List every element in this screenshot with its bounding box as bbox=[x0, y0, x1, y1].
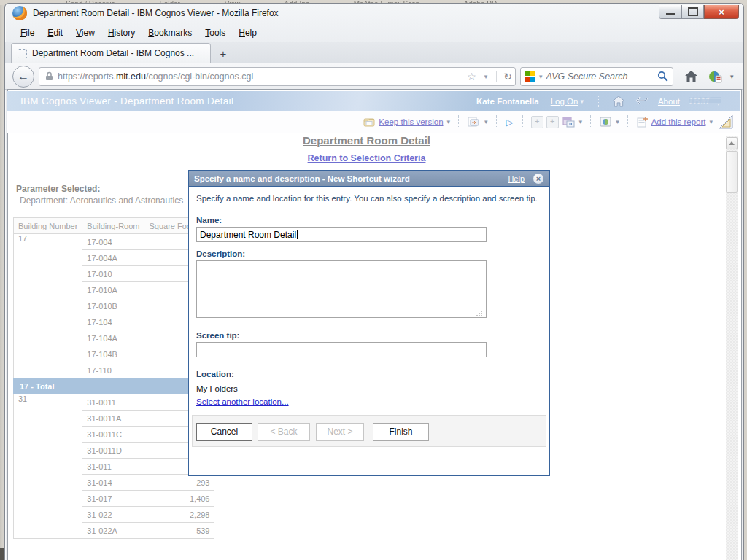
dialog-help-link[interactable]: Help bbox=[508, 174, 525, 183]
report-corner-icon[interactable] bbox=[718, 113, 734, 133]
avg-logo-icon bbox=[525, 71, 535, 82]
menu-bookmarks[interactable]: Bookmarks bbox=[142, 25, 198, 41]
url-text: https://reports.mit.edu/cognos/cgi-bin/c… bbox=[58, 71, 464, 82]
ibm-logo: IBM bbox=[689, 95, 721, 108]
user-name: Kate Fontanella bbox=[476, 97, 539, 106]
menu-history[interactable]: History bbox=[101, 25, 142, 41]
new-shortcut-wizard-dialog: Specify a name and description - New Sho… bbox=[188, 170, 550, 476]
building-room-cell: 17-010 bbox=[82, 266, 144, 282]
add-report-icon[interactable] bbox=[637, 117, 648, 128]
square-footage-cell: 2,298 bbox=[144, 507, 214, 523]
header-building-room: Building-Room bbox=[82, 218, 144, 234]
divider-rule bbox=[7, 168, 726, 168]
drill-up-icon[interactable]: + bbox=[546, 116, 559, 128]
finish-button[interactable]: Finish bbox=[373, 423, 429, 441]
building-room-cell: 17-104 bbox=[82, 314, 144, 330]
building-room-cell: 17-104A bbox=[82, 330, 144, 346]
screen: Send / Receive Folder View Add-Ins McAfe… bbox=[0, 0, 747, 560]
dialog-close-icon[interactable]: × bbox=[533, 174, 543, 184]
name-value: Department Room Detail bbox=[200, 230, 296, 240]
building-room-cell: 31-0011A bbox=[82, 411, 144, 427]
url-bar[interactable]: https://reports.mit.edu/cognos/cgi-bin/c… bbox=[39, 67, 516, 86]
new-tab-button[interactable]: + bbox=[214, 44, 233, 62]
resize-grip-icon[interactable] bbox=[476, 309, 483, 318]
keep-version-icon[interactable] bbox=[363, 117, 375, 127]
table-row: 1717-0044 bbox=[14, 234, 214, 250]
about-link[interactable]: About bbox=[658, 97, 680, 106]
bookmark-star-icon[interactable]: ☆ bbox=[464, 71, 479, 82]
maximize-button[interactable] bbox=[682, 5, 704, 19]
tab-title: Department Room Detail - IBM Cognos ... bbox=[32, 48, 194, 58]
svg-text:IBM: IBM bbox=[689, 95, 711, 106]
description-textarea[interactable] bbox=[196, 260, 487, 318]
url-dropdown-icon[interactable]: ▾ bbox=[481, 73, 491, 80]
related-links-icon[interactable] bbox=[562, 117, 575, 128]
return-link-row: Return to Selection Criteria bbox=[7, 153, 726, 163]
table-row: 3131-00111,5 bbox=[14, 394, 214, 411]
reload-icon[interactable]: ↻ bbox=[500, 71, 515, 82]
view-format-dropdown-icon[interactable]: ▾ bbox=[616, 118, 619, 125]
log-on-link[interactable]: Log On bbox=[551, 97, 578, 106]
vertical-scrollbar[interactable] bbox=[726, 136, 738, 560]
window-title: Department Room Detail - IBM Cognos View… bbox=[33, 8, 279, 18]
square-footage-cell: 293 bbox=[144, 475, 214, 491]
menu-help[interactable]: Help bbox=[232, 25, 263, 41]
minimize-button[interactable] bbox=[659, 5, 682, 19]
room-table: Building Number Building-Room Square Foo… bbox=[13, 217, 214, 539]
return-to-selection-link[interactable]: Return to Selection Criteria bbox=[308, 153, 426, 163]
name-input[interactable]: Department Room Detail bbox=[196, 227, 487, 242]
firefox-icon bbox=[12, 6, 27, 20]
window-controls: × bbox=[659, 5, 739, 19]
square-footage-cell: 1,406 bbox=[144, 491, 214, 507]
building-room-cell: 17-004 bbox=[82, 234, 144, 250]
search-icon[interactable] bbox=[657, 71, 668, 82]
name-label: Name: bbox=[196, 216, 222, 225]
export-dropdown-icon[interactable]: ▾ bbox=[484, 118, 488, 125]
home-icon[interactable] bbox=[684, 70, 698, 82]
building-room-cell: 17-004A bbox=[82, 250, 144, 266]
drill-down-icon[interactable]: + bbox=[531, 116, 543, 128]
run-report-icon[interactable]: ▷ bbox=[506, 117, 514, 128]
menu-edit[interactable]: Edit bbox=[41, 25, 69, 41]
keep-version-dropdown-icon[interactable]: ▾ bbox=[447, 118, 451, 125]
favicon-placeholder-icon bbox=[18, 49, 27, 58]
return-arrow-icon[interactable] bbox=[635, 96, 649, 106]
keep-this-version-link[interactable]: Keep this version bbox=[379, 117, 443, 126]
add-this-report-link[interactable]: Add this report bbox=[651, 117, 706, 126]
search-engine-dropdown-icon[interactable]: ▾ bbox=[539, 73, 543, 80]
close-button[interactable]: × bbox=[704, 5, 739, 19]
text-caret bbox=[297, 230, 298, 239]
building-number-cell: 17 bbox=[14, 234, 82, 378]
export-icon[interactable] bbox=[468, 117, 480, 127]
menu-bar: File Edit View History Bookmarks Tools H… bbox=[5, 23, 743, 42]
title-bar[interactable]: Department Room Detail - IBM Cognos View… bbox=[5, 4, 743, 23]
building-room-cell: 17-010B bbox=[82, 298, 144, 314]
scrollbar-thumb[interactable] bbox=[726, 151, 738, 192]
scrollbar-up-icon[interactable] bbox=[726, 137, 738, 149]
tab-strip: Department Room Detail - IBM Cognos ... … bbox=[5, 42, 743, 63]
building-room-cell: 17-010A bbox=[82, 282, 144, 298]
header-building-number: Building Number bbox=[14, 218, 82, 234]
menu-file[interactable]: File bbox=[14, 25, 41, 41]
related-links-dropdown-icon[interactable]: ▾ bbox=[579, 118, 583, 125]
tab-department-room-detail[interactable]: Department Room Detail - IBM Cognos ... bbox=[11, 43, 211, 63]
screen-tip-input[interactable] bbox=[196, 342, 487, 357]
parameter-selected-label: Parameter Selected: bbox=[16, 184, 100, 194]
cancel-button[interactable]: Cancel bbox=[196, 423, 252, 441]
parameter-selected-value: Department: Aeronautics and Astronautics bbox=[20, 195, 183, 206]
building-room-cell: 31-022 bbox=[82, 507, 144, 523]
avg-page-icon[interactable] bbox=[708, 70, 723, 83]
log-on-dropdown-icon[interactable]: ▾ bbox=[580, 98, 584, 105]
back-button[interactable]: ← bbox=[12, 66, 34, 88]
dialog-title: Specify a name and description - New Sho… bbox=[194, 174, 410, 183]
search-input[interactable] bbox=[545, 71, 657, 82]
menu-tools[interactable]: Tools bbox=[198, 25, 232, 41]
lock-icon bbox=[45, 71, 53, 81]
select-another-location-link[interactable]: Select another location... bbox=[196, 397, 289, 406]
add-report-dropdown-icon[interactable]: ▾ bbox=[709, 118, 713, 125]
menu-view[interactable]: View bbox=[69, 25, 101, 41]
search-box[interactable]: ▾ bbox=[520, 67, 673, 86]
view-format-icon[interactable] bbox=[600, 117, 611, 127]
nav-overflow-dropdown-icon[interactable]: ▾ bbox=[730, 73, 734, 80]
cognos-home-icon[interactable] bbox=[612, 96, 625, 107]
